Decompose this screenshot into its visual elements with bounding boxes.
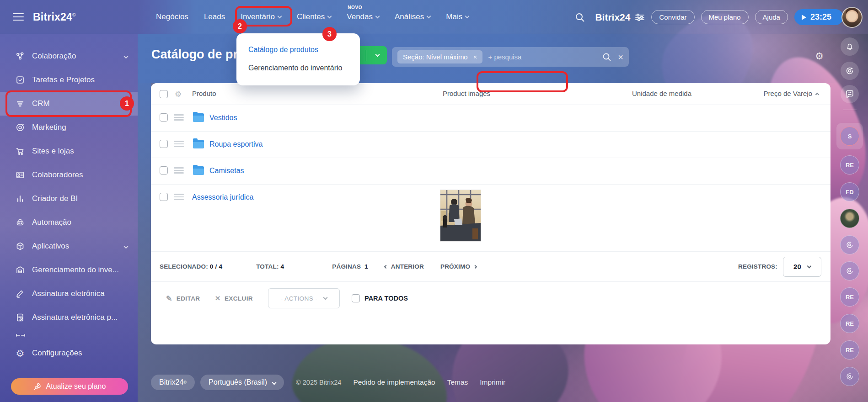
footer-link-imprimir[interactable]: Imprimir: [480, 378, 505, 386]
nav-inventario[interactable]: Inventário: [241, 12, 281, 21]
chevron-down-icon[interactable]: [375, 53, 380, 57]
contact-chip[interactable]: RE: [840, 340, 859, 360]
nav-mais[interactable]: Mais: [446, 12, 469, 21]
search-input[interactable]: + pesquisa: [488, 53, 602, 61]
contact-chip[interactable]: RE: [840, 155, 859, 175]
search-icon[interactable]: [602, 53, 611, 62]
nav-vendas[interactable]: NOVO Vendas: [347, 12, 379, 21]
search-icon[interactable]: [575, 12, 585, 22]
product-image-office-consulting[interactable]: [440, 190, 481, 241]
footer-brand-chip[interactable]: Bitrix24©: [151, 375, 195, 390]
column-header-preco[interactable]: Preço de Varejo: [764, 90, 819, 97]
records-select[interactable]: 20: [783, 257, 821, 277]
select-all-checkbox[interactable]: [160, 90, 168, 98]
menu-item-gerenciamento-inventario[interactable]: Gerenciamento do inventário: [236, 59, 360, 77]
actions-dropdown[interactable]: - ACTIONS -: [268, 288, 340, 308]
pencil-icon: ✎: [166, 294, 172, 303]
bitrix24-logo[interactable]: Bitrix24©: [33, 11, 76, 23]
column-header-product-images[interactable]: Product images: [407, 90, 526, 97]
row-link[interactable]: Roupa esportiva: [209, 140, 263, 148]
sidebar-item-sites[interactable]: Sites e lojas: [0, 139, 138, 163]
contact-chip[interactable]: S: [840, 127, 859, 146]
x-icon: ×: [215, 293, 220, 303]
user-avatar[interactable]: [841, 7, 863, 28]
sidebar-collapse-icon[interactable]: [0, 329, 138, 341]
sliders-icon: [635, 13, 645, 21]
sidebar-item-tarefas[interactable]: Tarefas e Projetos: [0, 68, 138, 92]
row-menu-icon[interactable]: [174, 194, 184, 200]
contact-chip[interactable]: FD: [840, 182, 859, 201]
for-all-checkbox[interactable]: [352, 294, 360, 302]
nav-analises[interactable]: Análises: [395, 12, 430, 21]
sidebar-item-configuracoes[interactable]: ⚙ Configurações: [0, 341, 138, 365]
sidebar-item-gerenciamento-inventario[interactable]: Gerenciamento do inve...: [0, 258, 138, 282]
footer-link-temas[interactable]: Temas: [447, 378, 468, 386]
chevron-down-icon[interactable]: [124, 244, 129, 249]
sidebar-item-criador-bi[interactable]: Criador de BI: [0, 187, 138, 211]
copilot-chip[interactable]: [840, 367, 859, 386]
portal-name[interactable]: Bitrix24: [595, 12, 645, 23]
notifications-bell-icon[interactable]: [841, 37, 859, 56]
menu-item-catalogo-de-produtos[interactable]: Catálogo de produtos: [236, 41, 360, 59]
work-timer[interactable]: 23:25: [794, 9, 843, 25]
annotation-badge-2: 2: [233, 19, 247, 33]
messenger-icon[interactable]: [841, 85, 859, 103]
delete-button[interactable]: × EXCLUIR: [215, 293, 253, 303]
sidebar-item-assinatura[interactable]: Assinatura eletrônica: [0, 282, 138, 306]
table-row[interactable]: Vestidos: [151, 105, 830, 132]
row-checkbox[interactable]: [160, 113, 168, 122]
sidebar-item-colaboracao[interactable]: Colaboração: [0, 44, 138, 68]
nav-leads[interactable]: Leads: [204, 12, 225, 21]
invite-button[interactable]: Convidar: [651, 10, 694, 24]
row-menu-icon[interactable]: [174, 141, 184, 147]
footer-link-implementacao[interactable]: Pedido de implementação: [353, 378, 435, 386]
nav-clientes[interactable]: Clientes: [297, 12, 331, 21]
chip-remove-icon[interactable]: ×: [473, 53, 477, 61]
my-plan-button[interactable]: Meu plano: [701, 10, 749, 24]
sidebar-item-automacao[interactable]: Automação: [0, 211, 138, 234]
sidebar-item-label: Configurações: [32, 349, 82, 358]
row-checkbox[interactable]: [160, 140, 168, 148]
column-header-produto[interactable]: Produto: [192, 90, 216, 97]
chevron-down-icon[interactable]: [124, 54, 129, 58]
row-link[interactable]: Camisetas: [209, 167, 244, 175]
next-page-button[interactable]: PRÓXIMO: [440, 263, 477, 270]
copilot-chip[interactable]: [840, 261, 859, 280]
row-checkbox[interactable]: [160, 166, 168, 175]
edit-button[interactable]: ✎ EDITAR: [166, 294, 200, 303]
sidebar-item-assinatura-p[interactable]: Assinatura eletrônica p...: [0, 306, 138, 329]
copilot-icon[interactable]: [841, 62, 859, 80]
contact-chip[interactable]: RE: [840, 287, 859, 307]
row-checkbox[interactable]: [160, 193, 168, 201]
sidebar-item-aplicativos[interactable]: Aplicativos: [0, 234, 138, 258]
filter-search-bar[interactable]: Seção: Nível máximo × + pesquisa ×: [392, 47, 629, 67]
contact-avatar[interactable]: [840, 209, 859, 228]
sidebar-item-crm[interactable]: CRM: [0, 92, 138, 116]
chevron-left-icon: [384, 264, 388, 268]
view-settings-gear-icon[interactable]: ⚙: [815, 51, 824, 61]
sidebar-item-colaboradores[interactable]: Colaboradores: [0, 163, 138, 187]
row-menu-icon[interactable]: [174, 167, 184, 174]
grid-settings-gear-icon[interactable]: ⚙: [175, 90, 182, 99]
row-link[interactable]: Assessoria jurídica: [192, 193, 253, 201]
column-header-unidade[interactable]: Unidade de medida: [602, 90, 721, 97]
clear-filter-icon[interactable]: ×: [618, 53, 623, 62]
copyright-text: © 2025 Bitrix24: [296, 379, 341, 386]
table-row[interactable]: Roupa esportiva: [151, 132, 830, 158]
crm-funnel-icon: [15, 98, 26, 109]
row-menu-icon[interactable]: [174, 114, 184, 121]
table-row[interactable]: Camisetas: [151, 158, 830, 185]
help-button[interactable]: Ajuda: [755, 10, 788, 24]
contact-chip[interactable]: RE: [840, 314, 859, 333]
nav-negocios[interactable]: Negócios: [156, 12, 188, 21]
previous-page-button[interactable]: ANTERIOR: [385, 263, 424, 270]
table-row[interactable]: Assessoria jurídica: [151, 185, 830, 252]
filter-chip-section[interactable]: Seção: Nível máximo ×: [397, 50, 482, 63]
copilot-chip[interactable]: [840, 235, 859, 254]
for-all-option[interactable]: PARA TODOS: [352, 294, 408, 302]
hamburger-menu-icon[interactable]: [13, 13, 24, 21]
sidebar-item-marketing[interactable]: Marketing: [0, 116, 138, 139]
upgrade-plan-button[interactable]: Atualize seu plano: [11, 378, 128, 395]
row-link[interactable]: Vestidos: [209, 114, 237, 122]
language-selector[interactable]: Português (Brasil): [200, 375, 284, 390]
